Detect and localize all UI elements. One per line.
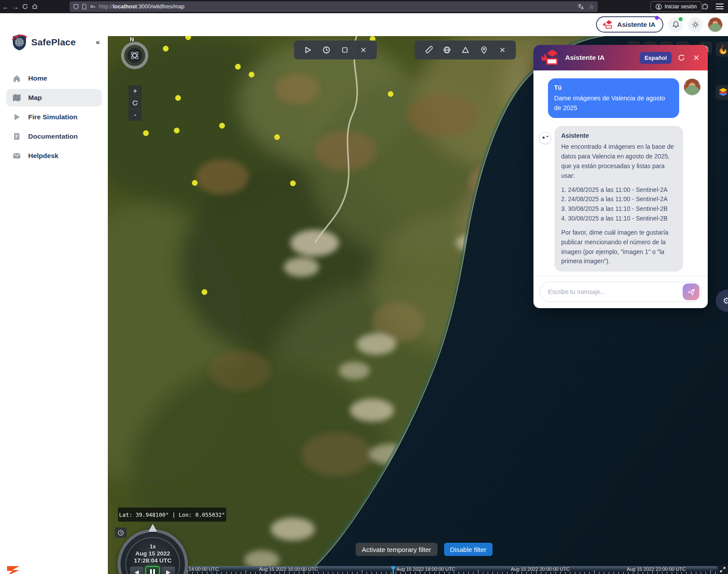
notifications-button[interactable] — [668, 17, 683, 32]
timeline-tick — [328, 572, 328, 574]
timeline-current-time-needle[interactable] — [393, 566, 394, 574]
wildfire-marker[interactable] — [290, 180, 296, 186]
timeline-tick — [609, 572, 609, 574]
timeline-tick — [614, 572, 614, 574]
wildfire-layer-button[interactable] — [716, 42, 728, 57]
sidebar-item-home[interactable]: Home — [6, 70, 102, 87]
chat-messages: Tú Dame imágenes de Valencia de agosto d… — [533, 70, 708, 276]
disable-filter-button[interactable]: Disable filter — [444, 543, 493, 556]
browser-menu-icon[interactable] — [716, 4, 724, 9]
assistant-panel: Asistente IA Español Tú Dame imágenes de… — [533, 45, 708, 308]
shuttle-ring-pointer[interactable] — [148, 524, 157, 532]
timeline-tick — [507, 572, 507, 574]
timeline-tick — [357, 572, 357, 574]
timeline-tick — [541, 572, 541, 574]
sidebar-item-map[interactable]: Map — [6, 89, 102, 107]
browser-login-button[interactable]: Iniciar sesión — [651, 1, 702, 12]
timeline-tick — [207, 572, 207, 574]
polygon-button[interactable] — [456, 40, 474, 59]
sidebar-item-documentation[interactable]: Documentation — [6, 128, 102, 145]
zoom-in-button[interactable]: + — [129, 85, 142, 97]
measure-ruler-button[interactable] — [419, 40, 438, 59]
translate-icon[interactable] — [577, 4, 584, 10]
assistant-sparkle-avatar: ✦✦ — [539, 132, 551, 144]
bookmark-star-icon[interactable]: ☆ — [588, 3, 594, 10]
address-bar[interactable]: http://localhost:3000/wildfires/map ☆ — [70, 1, 598, 12]
timeline-tick — [236, 572, 236, 574]
fullscreen-button[interactable] — [717, 565, 728, 574]
close-drawing-button[interactable] — [493, 40, 511, 59]
timeline-tick — [710, 570, 711, 574]
paper-plane-icon — [687, 288, 695, 296]
assistant-button-label: Asistente IA — [617, 21, 655, 28]
timeline-tick — [488, 572, 488, 574]
tracking-shield-icon — [73, 4, 79, 10]
browser-back-icon[interactable]: ← — [1, 3, 11, 11]
stop-button[interactable] — [335, 40, 354, 59]
compass-gyro-icon[interactable] — [127, 48, 142, 63]
wildfire-marker[interactable] — [175, 95, 181, 101]
user-avatar[interactable] — [708, 17, 723, 32]
wildfire-marker[interactable] — [219, 123, 225, 129]
assistant-toggle-button[interactable]: Asistente IA — [596, 16, 663, 33]
location-pin-button[interactable] — [474, 40, 493, 59]
close-playback-button[interactable] — [354, 40, 372, 59]
timeline-tick — [275, 572, 275, 574]
sidebar-collapse-icon[interactable]: « — [96, 38, 100, 47]
theme-toggle-button[interactable] — [688, 17, 703, 32]
refresh-chat-icon[interactable] — [676, 52, 687, 63]
user-message-sender: Tú — [554, 83, 673, 92]
assistant-notification-dot — [655, 16, 659, 20]
activate-temporary-filter-button[interactable]: Activate temporary filter — [356, 543, 438, 556]
send-message-button[interactable] — [683, 283, 699, 300]
wildfire-marker[interactable] — [143, 130, 149, 136]
sidebar-item-label: Helpdesk — [28, 152, 59, 160]
wildfire-marker[interactable] — [202, 289, 207, 295]
browser-reload-icon[interactable] — [20, 4, 30, 10]
compass-control[interactable] — [121, 42, 148, 69]
language-button[interactable]: Español — [640, 52, 672, 64]
wildfire-marker[interactable] — [192, 180, 198, 186]
compass-north-label: N — [130, 36, 134, 43]
timeline-tick — [594, 570, 595, 574]
timeline-tick — [701, 572, 701, 574]
wildfire-marker[interactable] — [163, 46, 169, 52]
timeline-tick — [188, 570, 188, 574]
chat-message-input[interactable] — [540, 288, 701, 295]
browser-home-icon[interactable] — [30, 4, 40, 10]
close-chat-icon[interactable] — [691, 52, 702, 63]
timeline-tick — [362, 570, 362, 574]
timeline-tick — [318, 572, 319, 574]
layers-button[interactable] — [716, 85, 728, 100]
timeline-bar[interactable]: 14:00:00 UTCAug 15 2022 16:00:00 UTCAug … — [188, 566, 717, 574]
zoom-out-button[interactable]: - — [129, 109, 142, 121]
timeline-tick — [289, 572, 290, 574]
pause-icon — [150, 569, 155, 574]
wildfire-marker[interactable] — [274, 134, 280, 140]
timeline-tick — [706, 572, 706, 574]
map-zoom-control: + - — [129, 85, 142, 121]
extension-icon[interactable] — [702, 2, 709, 11]
timeline-tick — [715, 572, 716, 574]
timeline-label: 14:00:00 UTC — [188, 567, 218, 572]
step-forward-button[interactable]: ▶ — [161, 566, 176, 574]
assistant-robot-icon — [602, 20, 614, 29]
timeline-tick — [265, 572, 265, 574]
zoom-reset-button[interactable] — [129, 97, 142, 109]
sidebar-item-helpdesk[interactable]: Helpdesk — [6, 147, 102, 165]
browser-forward-icon[interactable]: → — [11, 3, 20, 11]
pause-button[interactable] — [145, 566, 160, 574]
time-button[interactable] — [317, 40, 335, 59]
sidebar-item-fire-simulation[interactable]: Fire Simulation — [6, 108, 102, 126]
wildfire-marker[interactable] — [249, 72, 254, 77]
drawing-toolbar — [415, 40, 516, 59]
timeline-tick — [686, 572, 687, 574]
wildfire-marker[interactable] — [235, 64, 241, 70]
globe-button[interactable] — [438, 40, 456, 59]
page-info-icon — [82, 4, 87, 10]
timeline-tick — [396, 572, 396, 574]
step-back-button[interactable]: ◀ — [129, 566, 144, 574]
play-button[interactable] — [298, 40, 317, 59]
wildfire-marker[interactable] — [174, 128, 180, 133]
wildfire-marker[interactable] — [388, 91, 393, 97]
